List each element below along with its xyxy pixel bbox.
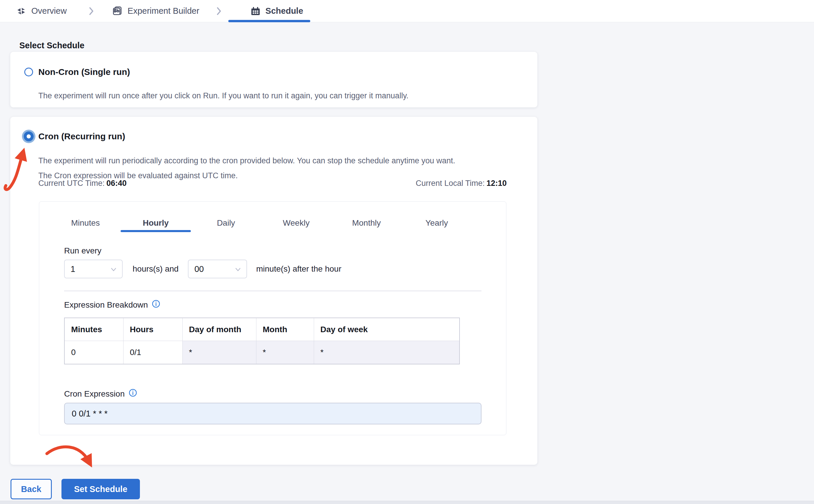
minutes-select[interactable]: 00 [188, 260, 247, 278]
non-cron-title: Non-Cron (Single run) [38, 67, 130, 77]
minutes-suffix-label: minute(s) after the hour [256, 264, 341, 274]
cell-minutes: 0 [64, 341, 123, 364]
table-header-row: Minutes Hours Day of month Month Day of … [64, 318, 460, 341]
info-icon[interactable] [152, 299, 160, 310]
header-day-of-month: Day of month [182, 318, 256, 341]
info-icon[interactable] [128, 388, 137, 399]
cell-day-of-week: * [314, 341, 460, 364]
tab-yearly[interactable]: Yearly [402, 214, 472, 232]
current-local-time-label: Current Local Time: [416, 179, 485, 188]
table-row: 0 0/1 * * * [64, 341, 460, 364]
tab-minutes[interactable]: Minutes [50, 214, 121, 232]
current-utc-time-value: 06:40 [107, 179, 127, 188]
current-local-time-value: 12:10 [486, 179, 507, 188]
tab-hourly[interactable]: Hourly [121, 214, 191, 232]
hours-select-value: 1 [71, 264, 75, 274]
non-cron-option-row: Non-Cron (Single run) [24, 67, 130, 77]
page-title: Select Schedule [19, 41, 84, 50]
current-local-time: Current Local Time:12:10 [416, 179, 507, 188]
breadcrumb-overview-label: Overview [31, 6, 67, 16]
header-hours: Hours [123, 318, 182, 341]
cron-builder-panel: Minutes Hourly Daily Weekly Monthly Year… [39, 201, 506, 435]
cell-month: * [256, 341, 314, 364]
current-utc-time: Current UTC Time:06:40 [38, 179, 127, 188]
non-cron-description: The experiment will run once after you c… [38, 91, 409, 100]
calendar-icon [250, 6, 261, 16]
expression-breakdown-label: Expression Breakdown [64, 300, 148, 310]
divider [64, 291, 481, 291]
chevron-down-icon [235, 264, 241, 274]
current-utc-time-label: Current UTC Time: [38, 179, 105, 188]
expression-breakdown-table: Minutes Hours Day of month Month Day of … [64, 318, 460, 364]
current-times-row: Current UTC Time:06:40 Current Local Tim… [38, 179, 507, 188]
tab-schedule-label: Schedule [265, 6, 303, 16]
set-schedule-button[interactable]: Set Schedule [61, 479, 140, 499]
run-every-label: Run every [64, 246, 102, 256]
active-tab-underline [228, 20, 310, 22]
cron-title: Cron (Recurring run) [38, 131, 125, 141]
schedule-page: Overview Experiment Builder [0, 0, 814, 504]
cron-option-card: Cron (Recurring run) The experiment will… [10, 117, 537, 465]
cron-option-row: Cron (Recurring run) [22, 130, 125, 143]
tab-schedule[interactable]: Schedule [250, 6, 303, 16]
cron-expression-label: Cron Expression [64, 389, 125, 399]
cron-description-1: The experiment will run periodically acc… [38, 156, 455, 165]
header-day-of-week: Day of week [314, 318, 460, 341]
non-cron-option-card: Non-Cron (Single run) The experiment wil… [10, 52, 537, 107]
experiment-builder-icon [112, 6, 123, 17]
overview-icon [16, 6, 27, 16]
run-every-controls: 1 hours(s) and 00 minute(s) after the ho… [64, 260, 351, 278]
non-cron-radio[interactable] [24, 68, 33, 76]
back-button[interactable]: Back [11, 479, 52, 499]
tab-monthly[interactable]: Monthly [331, 214, 402, 232]
expression-breakdown-label-row: Expression Breakdown [64, 299, 160, 310]
cron-expression-label-row: Cron Expression [64, 388, 137, 399]
tab-hourly-label: Hourly [143, 218, 169, 228]
breadcrumb: Overview Experiment Builder [0, 0, 814, 22]
hours-select[interactable]: 1 [64, 260, 123, 278]
chevron-right-icon [215, 6, 222, 16]
cell-hours: 0/1 [123, 341, 182, 364]
cron-frequency-tabs: Minutes Hourly Daily Weekly Monthly Year… [50, 214, 472, 232]
cron-radio[interactable] [22, 130, 35, 143]
cell-day-of-month: * [182, 341, 256, 364]
header-month: Month [256, 318, 314, 341]
chevron-right-icon [88, 6, 95, 16]
minutes-select-value: 00 [194, 264, 204, 274]
hours-suffix-label: hours(s) and [133, 264, 179, 274]
active-tab-underline [121, 230, 191, 232]
breadcrumb-experiment-builder-label: Experiment Builder [128, 6, 199, 16]
breadcrumb-experiment-builder[interactable]: Experiment Builder [112, 6, 199, 17]
header-minutes: Minutes [64, 318, 123, 341]
breadcrumb-overview[interactable]: Overview [16, 6, 67, 16]
tab-daily[interactable]: Daily [191, 214, 261, 232]
chevron-down-icon [110, 264, 117, 274]
cron-expression-input[interactable] [64, 403, 481, 424]
bottom-edge-strip [0, 501, 814, 504]
tab-weekly[interactable]: Weekly [261, 214, 331, 232]
